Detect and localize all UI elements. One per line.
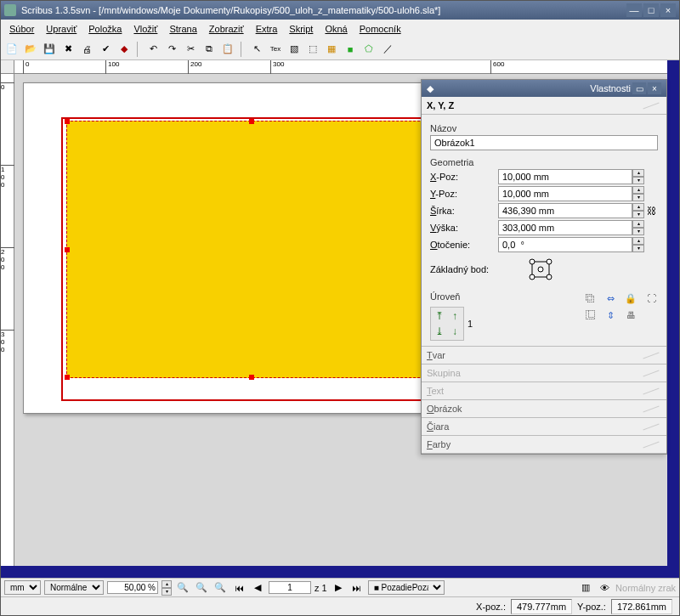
next-page-icon[interactable]: ▶ (331, 580, 346, 596)
svg-point-1 (530, 259, 535, 264)
table-icon[interactable]: ▦ (324, 42, 339, 57)
height-input[interactable] (498, 220, 632, 235)
menu-extra[interactable]: Extra (251, 22, 283, 36)
section-image[interactable]: Obrázok (422, 400, 666, 418)
basepoint-selector[interactable] (527, 257, 554, 281)
menu-windows[interactable]: Okná (320, 22, 352, 36)
last-page-icon[interactable]: ⏭ (349, 580, 365, 596)
width-up[interactable]: ▴ (632, 203, 644, 211)
fliph-icon[interactable]: ⇔ (604, 291, 617, 305)
open-icon[interactable]: 📂 (23, 42, 38, 57)
width-label: Šírka: (430, 206, 498, 216)
group-icon[interactable]: ⿻ (583, 291, 597, 305)
zoom-input[interactable] (107, 581, 158, 594)
undo-icon[interactable]: ↶ (145, 42, 161, 57)
ungroup-icon[interactable]: ⿺ (583, 308, 597, 322)
rot-down[interactable]: ▾ (632, 245, 644, 252)
shape-icon[interactable]: ■ (343, 42, 358, 57)
link-wh-icon[interactable]: ⛓ (647, 206, 656, 216)
prev-page-icon[interactable]: ◀ (250, 580, 265, 596)
menu-file[interactable]: Súbor (4, 22, 39, 36)
maximize-button[interactable]: □ (643, 3, 659, 17)
level-bottom-icon[interactable]: ⤓ (433, 325, 446, 338)
ruler-origin[interactable] (1, 60, 14, 74)
bottom-xpos: 479.777mm (511, 599, 572, 614)
display-select[interactable]: Normálne (44, 580, 104, 595)
rotation-input[interactable] (498, 237, 632, 252)
panel-shade-button[interactable]: ▭ (632, 82, 646, 94)
height-up[interactable]: ▴ (632, 220, 644, 228)
latexframe-icon[interactable]: ⬚ (305, 42, 320, 57)
name-input[interactable] (430, 135, 658, 150)
width-down[interactable]: ▾ (632, 211, 644, 218)
level-top-icon[interactable]: ⤒ (433, 309, 446, 323)
close-button[interactable]: × (660, 3, 676, 17)
xpos-input[interactable] (498, 169, 632, 184)
flipv-icon[interactable]: ⇕ (604, 308, 617, 322)
print-enable-icon[interactable]: 🖶 (624, 308, 638, 322)
menu-edit[interactable]: Upraviť (41, 22, 82, 36)
imageframe-icon[interactable]: ▧ (286, 42, 302, 57)
copy-icon[interactable]: ⧉ (201, 42, 217, 57)
zoom-100-icon[interactable]: 🔍 (175, 580, 190, 596)
unit-select[interactable]: mm (4, 580, 41, 595)
save-icon[interactable]: 💾 (42, 42, 57, 57)
menu-page[interactable]: Strana (164, 22, 201, 36)
paste-icon[interactable]: 📋 (220, 42, 235, 57)
cut-icon[interactable]: ✂ (183, 42, 198, 57)
horizontal-scrollbar[interactable] (1, 566, 679, 578)
redo-icon[interactable]: ↷ (164, 42, 179, 57)
preflight-icon[interactable]: ✔ (98, 42, 113, 57)
pdf-icon[interactable]: ◆ (116, 42, 132, 57)
menu-view[interactable]: Zobraziť (204, 22, 249, 36)
page-input[interactable] (269, 581, 311, 594)
xpos-up[interactable]: ▴ (632, 169, 644, 177)
zoom-out-icon[interactable]: 🔍 (194, 580, 209, 596)
ypos-input[interactable] (498, 186, 632, 201)
new-icon[interactable]: 📄 (4, 42, 20, 57)
level-up-icon[interactable]: ↑ (448, 309, 462, 323)
menu-insert[interactable]: Vložiť (128, 22, 162, 36)
horizontal-ruler[interactable]: 0 100 200 300 600 (14, 60, 667, 74)
geometry-label: Geometria (430, 157, 658, 167)
rot-up[interactable]: ▴ (632, 237, 644, 245)
width-input[interactable] (498, 203, 632, 218)
app-icon (4, 4, 16, 16)
menu-item[interactable]: Položka (83, 22, 127, 36)
textframe-icon[interactable]: Tex (268, 42, 283, 57)
line-icon[interactable]: ／ (380, 42, 395, 57)
select-icon[interactable]: ↖ (249, 42, 264, 57)
level-down-icon[interactable]: ↓ (448, 325, 462, 338)
minimize-button[interactable]: — (626, 3, 642, 17)
polygon-icon[interactable]: ⬠ (361, 42, 377, 57)
rotation-label: Otočenie: (430, 240, 498, 250)
svg-point-3 (530, 274, 535, 280)
height-down[interactable]: ▾ (632, 228, 644, 235)
name-label: Názov (430, 123, 658, 133)
section-line[interactable]: Čiara (422, 418, 666, 436)
selected-image-frame[interactable] (66, 121, 437, 378)
print-icon[interactable]: 🖨 (79, 42, 94, 57)
vertical-scrollbar[interactable] (667, 60, 679, 566)
zoom-in-icon[interactable]: 🔍 (212, 580, 228, 596)
lock-icon[interactable]: 🔒 (624, 291, 638, 305)
section-xyz[interactable]: X, Y, Z (422, 97, 666, 115)
menu-help[interactable]: Pomocník (354, 22, 406, 36)
panel-close-button[interactable]: × (648, 82, 661, 94)
xpos-down[interactable]: ▾ (632, 177, 644, 184)
first-page-icon[interactable]: ⏮ (231, 580, 246, 596)
ypos-down[interactable]: ▾ (632, 194, 644, 201)
ypos-up[interactable]: ▴ (632, 186, 644, 194)
ypos-label: Y-Poz: (430, 189, 498, 199)
section-shape[interactable]: Tvar (422, 347, 666, 365)
close-icon[interactable]: ✖ (60, 42, 76, 57)
preview-icon[interactable]: 👁 (597, 580, 612, 596)
cms-icon[interactable]: ▥ (578, 580, 593, 596)
level-label: Úroveň (430, 291, 473, 302)
vertical-ruler[interactable]: 0 100 200 300 (1, 74, 14, 566)
section-colors[interactable]: Farby (422, 436, 666, 454)
lock-size-icon[interactable]: ⛶ (644, 291, 658, 305)
menu-script[interactable]: Skript (284, 22, 318, 36)
layer-select[interactable]: ■ PozadiePozadie (368, 580, 445, 595)
basepoint-label: Základný bod: (430, 264, 524, 274)
